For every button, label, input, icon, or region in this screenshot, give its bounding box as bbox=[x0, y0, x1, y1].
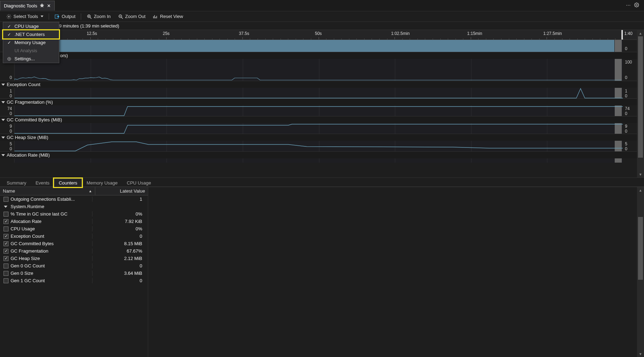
tick-label: 37.5s bbox=[239, 31, 249, 36]
checkbox-cell[interactable] bbox=[3, 264, 9, 268]
scroll-thumb[interactable] bbox=[638, 217, 643, 280]
disclosure-icon bbox=[1, 119, 5, 121]
expand-icon-cell bbox=[3, 205, 9, 208]
checkbox-cell[interactable] bbox=[3, 219, 9, 224]
select-tools-dropdown[interactable]: Select Tools bbox=[3, 12, 47, 21]
gear-icon bbox=[6, 14, 12, 19]
checkbox[interactable] bbox=[4, 226, 8, 231]
menu-item-memory-usage[interactable]: ✓Memory Usage bbox=[3, 38, 59, 47]
chart-title: GC Heap Size (MiB) bbox=[7, 135, 48, 140]
reset-view-button[interactable]: Reset View bbox=[149, 12, 186, 21]
chart-title: Exception Count bbox=[7, 82, 40, 87]
table-row[interactable]: Gen 0 Size3.64 MiB bbox=[0, 270, 148, 277]
timeline-ruler[interactable]: 12.5s25s37.5s50s1:02.5min1:15min1:27.5mi… bbox=[0, 30, 637, 40]
charts-scrollbar[interactable]: ▲ ▼ bbox=[637, 30, 644, 177]
checkbox[interactable] bbox=[4, 241, 8, 246]
menu-item-label: .NET Counters bbox=[14, 32, 45, 37]
table-category[interactable]: System.Runtime bbox=[0, 203, 148, 210]
checkbox-cell[interactable] bbox=[3, 271, 9, 276]
scroll-track[interactable] bbox=[637, 193, 644, 351]
table-row[interactable]: Outgoing Connections Establi...1 bbox=[0, 195, 148, 203]
counters-scrollbar[interactable]: ▲ ▼ bbox=[637, 187, 644, 357]
checkbox[interactable] bbox=[4, 271, 8, 276]
table-row[interactable]: Gen 1 GC Count0 bbox=[0, 277, 148, 284]
menu-item-label: Settings... bbox=[14, 56, 35, 61]
svg-point-5 bbox=[9, 58, 10, 59]
table-body: Outgoing Connections Establi...1System.R… bbox=[0, 195, 148, 357]
scroll-down-icon[interactable]: ▼ bbox=[637, 171, 644, 177]
playhead-marker[interactable] bbox=[621, 30, 623, 40]
menu-item-settings-[interactable]: Settings... bbox=[3, 55, 59, 63]
checkbox-cell[interactable] bbox=[3, 241, 9, 246]
row-name: Gen 0 Size bbox=[11, 271, 92, 276]
chart-header[interactable]: GC Committed Bytes (MiB) bbox=[0, 116, 637, 123]
checkbox[interactable] bbox=[4, 219, 8, 224]
col-value-label: Latest Value bbox=[120, 188, 145, 194]
table-row[interactable]: GC Heap Size2.12 MiB bbox=[0, 255, 148, 262]
tab-cpu-usage[interactable]: CPU Usage bbox=[122, 178, 156, 187]
scroll-up-icon[interactable]: ▲ bbox=[637, 187, 644, 193]
chart-header[interactable]: GC Fragmentation (%) bbox=[0, 98, 637, 105]
checkbox[interactable] bbox=[4, 234, 8, 239]
tab-summary[interactable]: Summary bbox=[2, 178, 31, 187]
row-name: % Time in GC since last GC bbox=[11, 211, 92, 217]
toolbar-separator bbox=[81, 13, 81, 20]
checkbox[interactable] bbox=[4, 212, 8, 217]
checkbox[interactable] bbox=[4, 256, 8, 261]
row-name: Outgoing Connections Establi... bbox=[11, 196, 92, 202]
charts-region: 12.5s25s37.5s50s1:02.5min1:15min1:27.5mi… bbox=[0, 30, 644, 178]
window-tab[interactable]: Diagnostic Tools ✕ bbox=[0, 1, 55, 11]
selection-bar[interactable] bbox=[615, 158, 622, 163]
checkbox[interactable] bbox=[4, 264, 8, 268]
col-value[interactable]: Latest Value bbox=[95, 187, 148, 195]
scroll-down-icon[interactable]: ▼ bbox=[637, 351, 644, 357]
tick-label: 50s bbox=[315, 31, 322, 36]
checkbox[interactable] bbox=[4, 249, 8, 254]
chart-header[interactable]: Exception Count bbox=[0, 81, 637, 88]
checkbox-cell[interactable] bbox=[3, 234, 9, 239]
checkbox-cell[interactable] bbox=[3, 256, 9, 261]
zoom-in-button[interactable]: Zoom In bbox=[83, 12, 114, 21]
checkbox[interactable] bbox=[4, 278, 8, 283]
checkbox-cell[interactable] bbox=[3, 197, 9, 202]
scroll-up-icon[interactable]: ▲ bbox=[637, 30, 644, 36]
chart-header[interactable]: GC Heap Size (MiB) bbox=[0, 134, 637, 141]
row-value: 3.64 MiB bbox=[92, 271, 145, 276]
row-value: 2.12 MiB bbox=[92, 256, 145, 261]
tick-label: 1:27.5min bbox=[543, 31, 562, 36]
tab-counters[interactable]: Counters bbox=[54, 178, 82, 187]
row-name: System.Runtime bbox=[11, 204, 92, 209]
menu-item-cpu-usage[interactable]: ✓CPU Usage bbox=[3, 22, 59, 30]
selection-bar[interactable] bbox=[615, 40, 622, 52]
table-row[interactable]: GC Fragmentation67.67% bbox=[0, 247, 148, 255]
checkbox-cell[interactable] bbox=[3, 249, 9, 254]
scroll-thumb[interactable] bbox=[638, 36, 643, 158]
scroll-track[interactable] bbox=[637, 36, 644, 171]
table-row[interactable]: Allocation Rate7.92 KiB bbox=[0, 218, 148, 225]
chart-title: Allocation Rate (MiB) bbox=[7, 152, 50, 158]
chart-header[interactable]: Allocation Rate (MiB) bbox=[0, 151, 637, 158]
row-value: 0 bbox=[92, 278, 145, 283]
table-row[interactable]: Exception Count0 bbox=[0, 232, 148, 240]
menu-item--net-counters[interactable]: ✓.NET Counters bbox=[3, 30, 59, 38]
output-button[interactable]: Output bbox=[51, 12, 79, 21]
table-row[interactable]: GC Committed Bytes8.15 MiB bbox=[0, 240, 148, 247]
settings-gear-icon[interactable] bbox=[634, 2, 639, 8]
checkbox-cell[interactable] bbox=[3, 212, 9, 217]
tab-memory-usage[interactable]: Memory Usage bbox=[82, 178, 122, 187]
checkbox-cell[interactable] bbox=[3, 226, 9, 231]
table-row[interactable]: % Time in GC since last GC0% bbox=[0, 210, 148, 218]
table-row[interactable]: Gen 0 GC Count0 bbox=[0, 262, 148, 270]
col-name[interactable]: Name ▲ bbox=[0, 187, 95, 195]
checkbox[interactable] bbox=[4, 197, 8, 202]
checkbox-cell[interactable] bbox=[3, 278, 9, 283]
row-value: 1 bbox=[92, 196, 145, 202]
row-value: 8.15 MiB bbox=[92, 241, 145, 246]
table-row[interactable]: CPU Usage0% bbox=[0, 225, 148, 232]
tab-events[interactable]: Events bbox=[31, 178, 54, 187]
row-name: GC Committed Bytes bbox=[11, 241, 92, 246]
more-icon[interactable]: ⋯ bbox=[626, 2, 631, 8]
close-icon[interactable]: ✕ bbox=[47, 3, 51, 8]
pin-icon[interactable] bbox=[40, 3, 44, 8]
zoom-out-button[interactable]: Zoom Out bbox=[115, 12, 149, 21]
